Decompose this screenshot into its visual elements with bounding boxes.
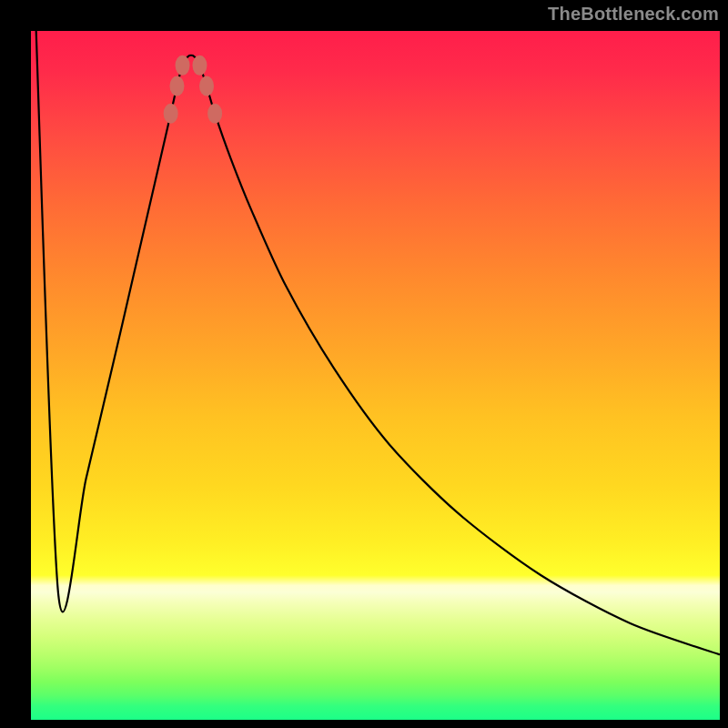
curve-marker bbox=[176, 56, 190, 76]
curve-marker bbox=[192, 56, 207, 76]
chart-plot-area bbox=[31, 31, 720, 720]
watermark-text: TheBottleneck.com bbox=[548, 4, 719, 25]
curve-marker bbox=[199, 76, 214, 96]
curve-markers bbox=[164, 56, 222, 124]
curve-marker bbox=[164, 104, 178, 124]
curve-marker bbox=[207, 104, 222, 124]
curve-line bbox=[35, 31, 719, 654]
curve-marker bbox=[169, 76, 184, 96]
bottleneck-curve bbox=[31, 31, 720, 720]
